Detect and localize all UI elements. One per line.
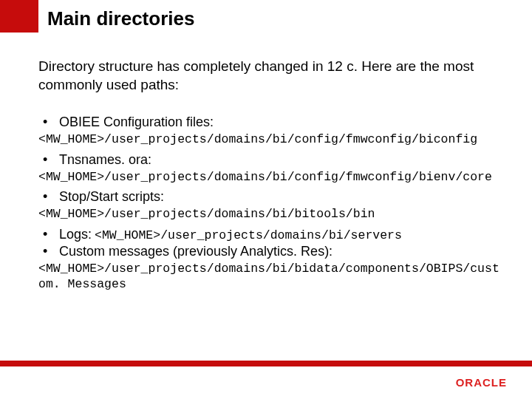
bullet-label: Tnsnames. ora:: [59, 152, 151, 168]
header-red-block: [0, 0, 38, 33]
logo-text: ORACLE: [456, 376, 507, 389]
list-item: • OBIEE Configuration files: <MW_HOME>/u…: [38, 115, 502, 147]
bullet-list: • OBIEE Configuration files: <MW_HOME>/u…: [38, 115, 502, 292]
bullet-label: OBIEE Configuration files:: [59, 115, 214, 130]
bullet-row: • OBIEE Configuration files:: [38, 115, 502, 130]
path-text: <MW_HOME>/user_projects/domains/bi/bitoo…: [38, 206, 502, 222]
bullet-icon: •: [38, 189, 59, 205]
footer-red-bar: [0, 361, 532, 366]
intro-text: Directory structure has completely chang…: [38, 58, 502, 94]
list-item: • Stop/Start scripts: <MW_HOME>/user_pro…: [38, 189, 502, 222]
path-text: <MW_HOME>/user_projects/domains/bi/confi…: [38, 132, 502, 147]
list-item: • Custom messages (previously Analytics.…: [38, 244, 502, 293]
bullet-label: Stop/Start scripts:: [59, 189, 164, 205]
bullet-icon: •: [38, 152, 59, 168]
bullet-icon: •: [38, 227, 59, 242]
path-text: <MW_HOME>/user_projects/domains/bi/bidat…: [38, 261, 502, 293]
bullet-row: • Logs: <MW_HOME>/user_projects/domains/…: [38, 227, 502, 242]
oracle-logo: ORACLE: [456, 376, 507, 389]
slide: Main directories Directory structure has…: [0, 0, 532, 399]
list-item: • Tnsnames. ora: <MW_HOME>/user_projects…: [38, 152, 502, 185]
list-item: • Logs: <MW_HOME>/user_projects/domains/…: [38, 227, 502, 242]
slide-body: Directory structure has completely chang…: [38, 58, 502, 297]
path-text: <MW_HOME>/user_projects/domains/bi/serve…: [95, 228, 402, 242]
slide-title: Main directories: [47, 7, 194, 30]
bullet-icon: •: [38, 115, 59, 130]
bullet-icon: •: [38, 244, 59, 259]
bullet-row: • Custom messages (previously Analytics.…: [38, 244, 502, 259]
bullet-row: • Tnsnames. ora:: [38, 152, 502, 168]
bullet-row: • Stop/Start scripts:: [38, 189, 502, 205]
bullet-label: Custom messages (previously Analytics. R…: [59, 244, 332, 259]
path-text: <MW_HOME>/user_projects/domains/bi/confi…: [38, 169, 502, 185]
bullet-label: Logs:: [59, 227, 92, 242]
